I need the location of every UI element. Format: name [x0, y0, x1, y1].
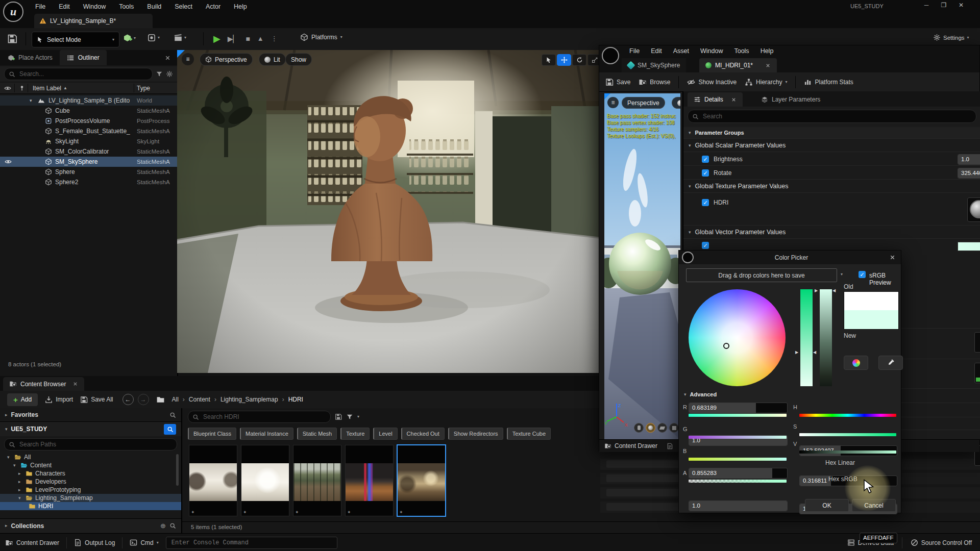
hex-linear-field[interactable]: AEFFDAFF: [860, 533, 897, 543]
stop-button[interactable]: ■: [246, 32, 250, 45]
tree-developers[interactable]: ▸ Developers: [0, 478, 181, 486]
scale-tool-button[interactable]: [587, 54, 599, 66]
forward-button[interactable]: →: [138, 394, 149, 405]
level-viewport[interactable]: ≡ Perspective Lit Show: [177, 50, 599, 373]
paths-search-toggle[interactable]: [164, 424, 176, 435]
tree-levelprototyping[interactable]: ▸ LevelPrototyping: [0, 486, 181, 494]
outliner-settings-icon[interactable]: [166, 70, 173, 78]
outliner-row[interactable]: S_Female_Bust_Statuette_ StaticMeshA: [0, 126, 177, 136]
show-inactive-button[interactable]: Show Inactive: [687, 78, 737, 86]
mi-menu-edit[interactable]: Edit: [645, 47, 668, 55]
channel-a-field[interactable]: 1.0: [689, 500, 788, 511]
srgb-checkbox[interactable]: ✓: [859, 271, 866, 278]
collections-search-icon[interactable]: [169, 522, 176, 529]
tab-mi-hdri-01[interactable]: MI_HDRI_01*: [699, 58, 777, 72]
console-command[interactable]: [166, 537, 337, 549]
play-button[interactable]: ▶: [213, 32, 220, 45]
mi-menu-file[interactable]: File: [624, 47, 645, 55]
search-paths-input[interactable]: [18, 440, 173, 448]
s-gradient-strip[interactable]: [799, 433, 896, 436]
menu-build[interactable]: Build: [140, 3, 168, 10]
menu-actor[interactable]: Actor: [199, 3, 227, 10]
output-log-button[interactable]: Output Log: [74, 539, 115, 546]
expander-icon[interactable]: ▾: [30, 98, 32, 103]
launch-button[interactable]: ▲: [257, 32, 264, 45]
brightness-field[interactable]: 1.0: [958, 154, 980, 165]
preview-perspective-dropdown[interactable]: Perspective: [622, 97, 665, 109]
asset-tile-hdri-3[interactable]: ✦: [293, 445, 341, 516]
add-actor-button[interactable]: ▾: [122, 33, 136, 43]
details-search-input[interactable]: [702, 112, 972, 120]
b-gradient-strip[interactable]: [689, 458, 787, 461]
step-button[interactable]: ▶▏: [228, 32, 239, 45]
details-search[interactable]: [688, 110, 976, 123]
close-icon[interactable]: ✕: [952, 2, 970, 9]
shape-cylinder-button[interactable]: [634, 423, 644, 433]
v-gradient-strip[interactable]: [799, 450, 896, 454]
lit-dropdown[interactable]: Lit: [259, 53, 286, 66]
mi-browse-button[interactable]: Browse: [639, 78, 670, 86]
mi-menu-help[interactable]: Help: [755, 47, 779, 55]
asset-tile-hdri-1[interactable]: ✦: [189, 445, 237, 516]
tree-lighting-samplemap[interactable]: ▾ Lighting_Samplemap: [0, 494, 181, 502]
menu-file[interactable]: File: [29, 3, 52, 10]
texture-thumbnail[interactable]: [974, 332, 980, 353]
mi-menu-window[interactable]: Window: [695, 47, 728, 55]
rotate-tool-button[interactable]: [572, 54, 586, 66]
g-gradient-strip[interactable]: [689, 436, 787, 439]
parameter-groups-header[interactable]: ▾ Parameter Groups: [683, 127, 980, 138]
tree-content[interactable]: ▾ Content: [0, 461, 181, 469]
close-tab-icon[interactable]: [765, 63, 771, 68]
menu-select[interactable]: Select: [168, 3, 199, 10]
source-control-button[interactable]: Source Control Off: [911, 539, 972, 546]
tree-scrollbar[interactable]: [176, 454, 179, 486]
filter-blueprint-class[interactable]: Blueprint Class: [188, 428, 236, 440]
favorites-search-icon[interactable]: [169, 412, 176, 418]
slider-handle-right-icon[interactable]: ◀: [813, 350, 816, 355]
rotate-checkbox[interactable]: ✓: [702, 169, 709, 177]
filter-level[interactable]: Level: [373, 428, 397, 440]
tab-sm-skysphere[interactable]: SM_SkySphere: [622, 58, 686, 72]
group-global-vector[interactable]: ▾ Global Vector Parameter Values: [683, 226, 980, 238]
content-browser-tab[interactable]: Content Browser: [3, 377, 84, 391]
search-paths[interactable]: [4, 438, 177, 450]
save-all-button[interactable]: Save All: [80, 396, 113, 404]
color-wheel[interactable]: [689, 289, 786, 386]
filter-material-instance[interactable]: Material Instance: [240, 428, 293, 440]
asset-search-input[interactable]: [202, 413, 326, 421]
shape-sphere-button[interactable]: [646, 423, 655, 433]
unreal-logo[interactable]: u: [3, 2, 23, 22]
asset-tile-hdri-5-selected[interactable]: ✦: [397, 444, 446, 517]
close-tab-icon[interactable]: [731, 97, 737, 103]
outliner-row-level[interactable]: ▾ LV_Lighting_Sample_B (Edito World: [0, 95, 177, 106]
import-button[interactable]: Import: [45, 396, 73, 404]
save-level-icon[interactable]: [7, 34, 17, 44]
settings-dropdown[interactable]: Settings ▾: [933, 34, 969, 41]
shape-plane-button[interactable]: [657, 423, 667, 433]
advanced-section-header[interactable]: ▾ Advanced: [684, 391, 717, 397]
outliner-row[interactable]: SkyLight SkyLight: [0, 136, 177, 146]
material-preview-viewport[interactable]: Z Y X ≡ Perspective Base pass shader: 15…: [604, 93, 680, 439]
preview-lit-dropdown[interactable]: [672, 97, 680, 109]
filter-texture[interactable]: Texture: [340, 428, 370, 440]
tree-characters[interactable]: ▸ Characters: [0, 469, 181, 478]
channel-b-field[interactable]: 0.855283: [689, 468, 788, 479]
outliner-search-input[interactable]: [18, 70, 148, 78]
filter-static-mesh[interactable]: Static Mesh: [297, 428, 337, 440]
mi-content-drawer-button[interactable]: Content Drawer: [604, 442, 657, 449]
asset-search[interactable]: [188, 411, 331, 423]
tint-color-swatch[interactable]: [958, 242, 980, 251]
shape-cube-button[interactable]: [669, 423, 679, 433]
outliner-row[interactable]: PostProcessVolume PostProcess: [0, 116, 177, 126]
asset-tile-hdri-2[interactable]: ✦: [241, 445, 289, 516]
output-log-icon[interactable]: [667, 443, 673, 449]
brightness-checkbox[interactable]: ✓: [702, 156, 709, 163]
menu-help[interactable]: Help: [227, 3, 254, 10]
collections-section[interactable]: ▸ Collections ⊕: [0, 518, 181, 533]
outliner-search[interactable]: [4, 68, 153, 80]
theme-chevron-icon[interactable]: ▾: [841, 272, 843, 277]
breadcrumb-all[interactable]: All: [172, 396, 179, 403]
save-search-icon[interactable]: [335, 413, 342, 420]
project-root-section[interactable]: ▾ UE5_STUDY: [0, 422, 181, 436]
outliner-filter-icon[interactable]: [156, 70, 163, 78]
